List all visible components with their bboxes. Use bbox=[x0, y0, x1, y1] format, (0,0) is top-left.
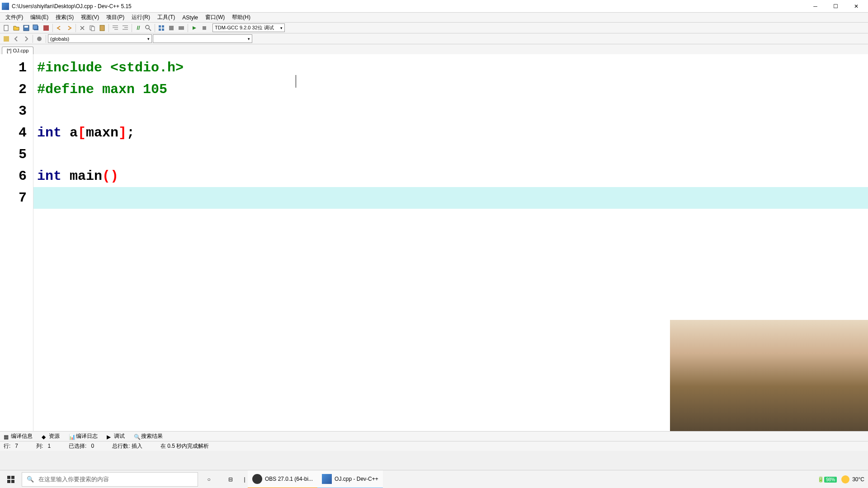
save-all-button[interactable] bbox=[32, 23, 41, 33]
minimize-button[interactable]: ─ bbox=[805, 0, 826, 12]
forward-button[interactable] bbox=[22, 34, 31, 43]
svg-rect-7 bbox=[91, 27, 94, 31]
line-number-gutter: 1234567 bbox=[0, 54, 33, 431]
tab-label: 资源 bbox=[49, 432, 60, 440]
code-line[interactable] bbox=[33, 100, 868, 122]
toolbar-separator bbox=[46, 35, 46, 43]
new-class-button[interactable] bbox=[2, 34, 11, 43]
run-button[interactable] bbox=[167, 23, 176, 33]
title-bar: C:\Users\shiyifan\Desktop\OJ.cpp - Dev-C… bbox=[0, 0, 868, 13]
save-button[interactable] bbox=[22, 23, 31, 33]
cut-button[interactable] bbox=[78, 23, 87, 33]
tab-resources[interactable]: ◆ 资源 bbox=[40, 432, 61, 440]
line-number: 6 bbox=[0, 165, 33, 187]
svg-rect-11 bbox=[162, 25, 164, 28]
menu-edit[interactable]: 编辑(E) bbox=[27, 13, 52, 22]
scope-dropdown[interactable]: (globals) bbox=[48, 34, 152, 43]
system-tray: 🔋98% 30°C bbox=[817, 475, 868, 483]
code-line[interactable]: int main() bbox=[33, 165, 868, 187]
tab-label: 编译日志 bbox=[76, 432, 98, 440]
compile-run-button[interactable] bbox=[177, 23, 186, 33]
cortana-button[interactable]: ○ bbox=[198, 470, 220, 488]
menu-search[interactable]: 搜索(S) bbox=[52, 13, 77, 22]
function-dropdown[interactable] bbox=[153, 34, 252, 43]
redo-button[interactable] bbox=[65, 23, 74, 33]
indent-button[interactable] bbox=[111, 23, 120, 33]
editor-tab-bar: [*] OJ.cpp bbox=[0, 44, 868, 54]
copy-button[interactable] bbox=[88, 23, 97, 33]
new-file-button[interactable] bbox=[2, 23, 11, 33]
bookmark-button[interactable] bbox=[35, 34, 44, 43]
line-number: 7 bbox=[0, 187, 33, 209]
comment-button[interactable]: // bbox=[134, 23, 143, 33]
taskbar-label: OJ.cpp - Dev-C++ bbox=[335, 476, 378, 482]
tab-search-results[interactable]: 🔍 搜索结果 bbox=[132, 432, 165, 440]
line-number: 3 bbox=[0, 100, 33, 122]
svg-point-9 bbox=[146, 25, 149, 29]
svg-rect-21 bbox=[7, 480, 10, 483]
menu-tools[interactable]: 工具(T) bbox=[154, 13, 179, 22]
menu-view[interactable]: 视图(V) bbox=[77, 13, 103, 22]
weather-widget[interactable]: 30°C bbox=[841, 475, 864, 483]
taskbar-obs[interactable]: OBS 27.0.1 (64-bi... bbox=[248, 470, 317, 488]
battery-icon[interactable]: 🔋98% bbox=[817, 476, 837, 483]
code-line[interactable]: #define maxn 105 bbox=[33, 79, 868, 100]
status-bar: 行: 7 列: 1 已选择: 0 总行数: 插入 在 0.5 秒内完成解析 bbox=[0, 441, 868, 451]
task-view-button[interactable]: ⊟ bbox=[220, 470, 241, 488]
code-editor[interactable]: 1234567 #include <stdio.h>#define maxn 1… bbox=[0, 54, 868, 431]
svg-rect-16 bbox=[203, 26, 206, 30]
maximize-button[interactable]: ☐ bbox=[826, 0, 846, 12]
tab-debug[interactable]: ▶ 调试 bbox=[105, 432, 127, 440]
menu-file[interactable]: 文件(F) bbox=[2, 13, 27, 22]
status-parse: 在 0.5 秒内完成解析 bbox=[160, 442, 209, 450]
status-line: 行: 7 bbox=[4, 442, 18, 450]
webcam-overlay bbox=[670, 320, 868, 431]
log-icon: 📊 bbox=[69, 434, 74, 439]
paste-button[interactable] bbox=[98, 23, 107, 33]
svg-point-18 bbox=[37, 37, 42, 41]
code-line[interactable] bbox=[33, 144, 868, 165]
menu-window[interactable]: 窗口(W) bbox=[202, 13, 228, 22]
debug-button[interactable] bbox=[190, 23, 199, 33]
unindent-button[interactable] bbox=[121, 23, 130, 33]
close-button[interactable]: ✕ bbox=[846, 0, 866, 12]
menu-run[interactable]: 运行(R) bbox=[128, 13, 154, 22]
open-file-button[interactable] bbox=[12, 23, 21, 33]
line-number: 5 bbox=[0, 144, 33, 165]
svg-rect-0 bbox=[4, 25, 8, 31]
toolbar-secondary: (globals) bbox=[0, 33, 868, 44]
status-total: 总行数: 插入 bbox=[112, 442, 142, 450]
search-button[interactable] bbox=[144, 23, 153, 33]
svg-rect-8 bbox=[100, 25, 104, 31]
compile-button[interactable] bbox=[157, 23, 166, 33]
code-line[interactable]: #include <stdio.h> bbox=[33, 57, 868, 79]
svg-rect-14 bbox=[169, 26, 174, 30]
taskbar-search[interactable]: 🔍 在这里输入你要搜索的内容 bbox=[22, 472, 198, 487]
back-button[interactable] bbox=[12, 34, 21, 43]
tab-compile-log[interactable]: 📊 编译日志 bbox=[67, 432, 99, 440]
toolbar-main: // TDM-GCC 9.2.0 32位 调试 bbox=[0, 23, 868, 33]
code-line[interactable]: int a[maxn]; bbox=[33, 122, 868, 144]
svg-rect-17 bbox=[4, 36, 9, 42]
start-button[interactable] bbox=[0, 470, 22, 488]
undo-button[interactable] bbox=[55, 23, 64, 33]
code-line[interactable] bbox=[33, 187, 868, 209]
debug-icon: ▶ bbox=[107, 434, 112, 439]
svg-rect-10 bbox=[159, 25, 161, 28]
resource-icon: ◆ bbox=[42, 434, 47, 439]
search-placeholder: 在这里输入你要搜索的内容 bbox=[38, 475, 109, 483]
compiler-dropdown[interactable]: TDM-GCC 9.2.0 32位 调试 bbox=[212, 23, 285, 32]
editor-tab-oj[interactable]: [*] OJ.cpp bbox=[2, 47, 33, 54]
stop-debug-button[interactable] bbox=[200, 23, 209, 33]
menu-project[interactable]: 项目(P) bbox=[103, 13, 128, 22]
menu-help[interactable]: 帮助(H) bbox=[228, 13, 254, 22]
taskbar-devcpp[interactable]: OJ.cpp - Dev-C++ bbox=[317, 470, 383, 488]
windows-taskbar: 🔍 在这里输入你要搜索的内容 ○ ⊟ | OBS 27.0.1 (64-bi..… bbox=[0, 470, 868, 488]
menu-astyle[interactable]: AStyle bbox=[179, 14, 202, 22]
save-project-button[interactable] bbox=[42, 23, 51, 33]
tab-compile-info[interactable]: ▦ 编译信息 bbox=[2, 432, 34, 440]
compiler-selected: TDM-GCC 9.2.0 32位 调试 bbox=[215, 24, 274, 31]
svg-rect-2 bbox=[24, 26, 28, 28]
search-icon: 🔍 bbox=[27, 476, 34, 483]
info-icon: ▦ bbox=[4, 434, 9, 439]
